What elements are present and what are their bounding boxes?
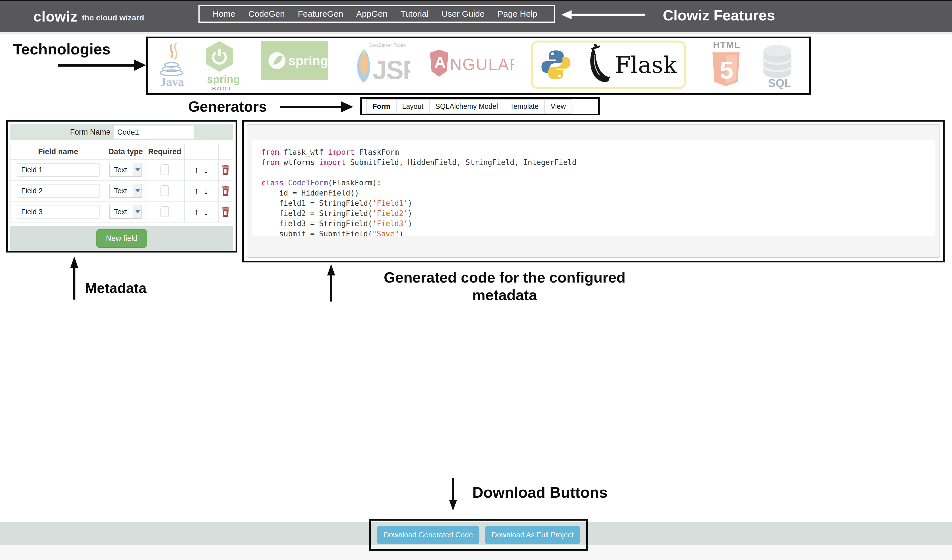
- chevron-down-icon: [133, 184, 141, 197]
- code-line: from flask_wtf import FlaskForm: [261, 147, 935, 157]
- chevron-down-icon: [133, 163, 141, 176]
- svg-text:HTML: HTML: [713, 40, 740, 50]
- move-up-button[interactable]: ↑: [194, 207, 199, 216]
- data-type-value: Text: [110, 205, 133, 218]
- chevron-down-icon: [133, 205, 141, 218]
- svg-text:NGULAR: NGULAR: [450, 55, 514, 73]
- flask-logo: Flask: [580, 44, 677, 86]
- svg-text:SQL: SQL: [768, 77, 791, 89]
- field-row: Text↑↓: [11, 202, 233, 222]
- page: clowiz the cloud wizard HomeCodeGenFeatu…: [0, 0, 952, 560]
- move-up-button[interactable]: ↑: [194, 186, 199, 196]
- required-checkbox[interactable]: [161, 164, 169, 175]
- column-header-empty: [219, 144, 233, 159]
- tech-sql-icon[interactable]: SQL: [759, 40, 796, 89]
- nav-item-home[interactable]: Home: [213, 9, 235, 19]
- nav-item-codegen[interactable]: CodeGen: [248, 9, 284, 19]
- navbar-bottom-strip: [0, 32, 952, 34]
- move-down-button[interactable]: ↓: [204, 207, 209, 216]
- code-line: field3 = StringField('Field3'): [261, 219, 935, 229]
- tech-java-icon[interactable]: Java: [157, 42, 186, 88]
- field-row: Text↑↓: [11, 160, 233, 180]
- annotation-generated-code: Generated code for the configured metada…: [366, 268, 644, 304]
- svg-text:spring: spring: [207, 73, 240, 85]
- tech-html5-icon[interactable]: HTML 5: [708, 39, 744, 90]
- code-line: [261, 168, 935, 178]
- svg-text:BOOT: BOOT: [212, 86, 232, 91]
- code-line: field2 = StringField('Field2'): [261, 208, 935, 219]
- navbar-menu: HomeCodeGenFeatureGenAppGenTutorialUser …: [198, 5, 555, 23]
- annotation-generated-code-line2: metadata: [366, 286, 644, 304]
- data-type-value: Text: [110, 184, 133, 197]
- generator-tab-form[interactable]: Form: [366, 99, 397, 114]
- clowiz-logo[interactable]: clowiz the cloud wizard: [34, 1, 144, 32]
- column-header-required: Required: [145, 144, 185, 159]
- svg-text:Java: Java: [160, 76, 184, 88]
- move-up-button[interactable]: ↑: [194, 165, 199, 174]
- generator-tab-layout[interactable]: Layout: [396, 99, 430, 114]
- download-as-full-project-button[interactable]: Download As Full Project: [485, 526, 580, 544]
- nav-item-page-help[interactable]: Page Help: [498, 9, 537, 19]
- code-line: id = HiddenField(): [261, 188, 935, 198]
- nav-item-tutorial[interactable]: Tutorial: [400, 9, 429, 19]
- data-type-select[interactable]: Text: [109, 205, 142, 219]
- nav-item-appgen[interactable]: AppGen: [356, 9, 388, 19]
- svg-text:JavaServer Faces: JavaServer Faces: [369, 43, 406, 48]
- generator-tabs: FormLayoutSQLAlchemy ModelTemplateView: [360, 97, 600, 115]
- svg-text:5: 5: [720, 56, 733, 83]
- generator-tab-view[interactable]: View: [544, 99, 572, 114]
- delete-field-button[interactable]: [221, 165, 230, 175]
- tech-angular-icon[interactable]: A NGULAR: [430, 48, 514, 80]
- delete-field-button[interactable]: [221, 186, 230, 196]
- code-line: field1 = StringField('Field1'): [261, 198, 935, 208]
- tech-spring-boot-icon[interactable]: spring BOOT: [199, 39, 240, 92]
- metadata-panel: Form Name Field nameData typeRequired Te…: [6, 120, 237, 253]
- svg-text:JSF: JSF: [372, 56, 410, 85]
- code-card: from flask_wtf import FlaskFormfrom wtfo…: [247, 124, 940, 258]
- generator-tab-template[interactable]: Template: [504, 99, 545, 114]
- annotation-technologies: Technologies: [13, 40, 111, 58]
- data-type-select[interactable]: Text: [109, 163, 142, 177]
- svg-text:A: A: [434, 53, 446, 71]
- new-field-button[interactable]: New field: [96, 229, 147, 248]
- form-name-label: Form Name: [70, 128, 111, 137]
- required-checkbox[interactable]: [161, 185, 169, 196]
- code-line: class Code1Form(FlaskForm):: [261, 178, 935, 188]
- new-field-band: New field: [10, 226, 233, 251]
- nav-item-featuregen[interactable]: FeatureGen: [298, 9, 343, 19]
- field-name-input[interactable]: [17, 184, 99, 197]
- metadata-up-arrow-icon: [68, 256, 80, 301]
- tech-spring-icon[interactable]: spring: [261, 42, 328, 80]
- flask-wordmark: Flask: [615, 52, 677, 78]
- generator-tab-sqlalchemy-model[interactable]: SQLAlchemy Model: [429, 99, 504, 114]
- move-down-button[interactable]: ↓: [204, 186, 209, 196]
- annotation-metadata: Metadata: [85, 280, 147, 296]
- fields-table: Field nameData typeRequired Text↑↓Text↑↓…: [10, 144, 233, 222]
- column-header-data-type: Data type: [106, 144, 145, 159]
- nav-item-user-guide[interactable]: User Guide: [442, 9, 485, 19]
- technologies-arrow-icon: [58, 59, 147, 72]
- column-header-empty: [185, 144, 219, 159]
- field-name-input[interactable]: [17, 205, 99, 219]
- data-type-select[interactable]: Text: [109, 184, 142, 198]
- logo-main-text: clowiz: [34, 9, 78, 25]
- form-name-input[interactable]: [114, 125, 194, 139]
- logo-sub-text: the cloud wizard: [82, 11, 144, 22]
- delete-field-button[interactable]: [221, 207, 230, 217]
- flask-horn-icon: [580, 44, 612, 86]
- tech-jsf-icon[interactable]: JavaServer Faces JSF: [346, 40, 410, 89]
- generated-code-up-arrow-icon: [325, 264, 337, 303]
- annotation-download-buttons: Download Buttons: [472, 483, 607, 501]
- required-checkbox[interactable]: [161, 206, 169, 217]
- fields-table-header: Field nameData typeRequired: [11, 144, 233, 160]
- move-down-button[interactable]: ↓: [204, 165, 209, 174]
- download-buttons-frame: Download Generated CodeDownload As Full …: [369, 519, 588, 551]
- tech-python-flask-selected[interactable]: Flask: [531, 40, 686, 89]
- form-name-band: Form Name: [10, 124, 233, 140]
- generated-code: from flask_wtf import FlaskFormfrom wtfo…: [252, 140, 935, 236]
- svg-text:spring: spring: [288, 53, 328, 68]
- download-generated-code-button[interactable]: Download Generated Code: [377, 526, 479, 544]
- field-name-input[interactable]: [17, 163, 99, 177]
- generators-arrow-icon: [280, 101, 354, 113]
- technologies-panel: Java spring BOOT spring JavaServer Faces…: [146, 37, 811, 95]
